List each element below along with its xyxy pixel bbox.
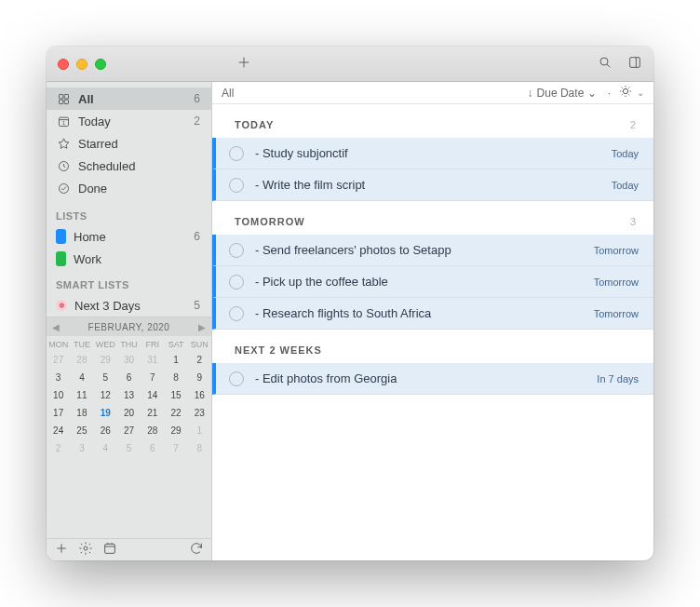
- calendar-day[interactable]: 24: [47, 422, 70, 439]
- task-row[interactable]: - Pick up the coffee tableTomorrow: [212, 266, 653, 298]
- calendar-day[interactable]: 16: [188, 386, 211, 404]
- calendar-day[interactable]: 25: [70, 422, 93, 439]
- calendar-day[interactable]: 4: [94, 439, 117, 457]
- task-row[interactable]: - Write the film scriptToday: [212, 169, 653, 201]
- calendar-day[interactable]: 23: [188, 404, 211, 422]
- task-due: Today: [612, 148, 639, 159]
- calendar-day[interactable]: 8: [188, 439, 211, 457]
- calendar-day[interactable]: 5: [117, 439, 141, 457]
- group-count: 2: [630, 119, 637, 130]
- calendar-day[interactable]: 17: [47, 404, 70, 422]
- calendar-day[interactable]: 3: [70, 439, 93, 457]
- calendar-day[interactable]: 1: [164, 351, 187, 369]
- list-item-work[interactable]: Work: [47, 248, 211, 270]
- smart-list-item[interactable]: ✽Next 3 Days5: [47, 294, 211, 317]
- task-row[interactable]: - Send freelancers' photos to SetappTomo…: [212, 235, 653, 266]
- calendar-day[interactable]: 9: [188, 369, 211, 386]
- task-due: Tomorrow: [594, 277, 639, 288]
- calendar-day[interactable]: 14: [141, 386, 164, 404]
- calendar-day[interactable]: 30: [117, 351, 141, 369]
- calendar-dow: SUN: [188, 336, 211, 351]
- calendar-day[interactable]: 6: [141, 439, 164, 457]
- group-title: TODAY: [235, 119, 274, 130]
- calendar-day[interactable]: 29: [94, 351, 117, 369]
- lists-header: LISTS: [47, 201, 211, 225]
- grid-icon: [56, 92, 71, 106]
- calendar-dow: TUE: [70, 336, 93, 351]
- toggle-panel-button[interactable]: [627, 55, 642, 74]
- task-checkbox[interactable]: [229, 243, 244, 258]
- settings-button[interactable]: [78, 541, 93, 559]
- calendar-day[interactable]: 2: [47, 439, 70, 457]
- sort-dropdown[interactable]: Due Date ⌄: [537, 87, 597, 100]
- calendar-day[interactable]: 13: [117, 386, 141, 404]
- task-checkbox[interactable]: [229, 178, 244, 193]
- nav-item-starred[interactable]: Starred: [47, 132, 211, 155]
- svg-rect-3: [64, 94, 68, 98]
- calendar-day[interactable]: 1: [188, 422, 211, 439]
- calendar-day[interactable]: 29: [164, 422, 187, 439]
- svg-rect-4: [59, 100, 62, 103]
- calendar-day[interactable]: 18: [70, 404, 93, 422]
- task-title: - Pick up the coffee table: [255, 275, 594, 289]
- calendar-prev-button[interactable]: ◀: [47, 317, 65, 336]
- task-checkbox[interactable]: [229, 306, 244, 321]
- add-task-button[interactable]: [236, 55, 251, 74]
- task-group-header: NEXT 2 WEEKS: [212, 330, 653, 363]
- calendar-title: FEBRUARY, 2020: [88, 322, 170, 332]
- list-item-home[interactable]: Home6: [47, 225, 211, 248]
- task-due: In 7 days: [597, 373, 639, 384]
- sync-button[interactable]: [189, 541, 204, 559]
- task-due: Today: [612, 180, 639, 191]
- task-row[interactable]: - Research flights to South AfricaTomorr…: [212, 298, 653, 330]
- nav-item-scheduled[interactable]: Scheduled: [47, 155, 211, 177]
- calendar-toggle-button[interactable]: [102, 541, 117, 559]
- calendar-day[interactable]: 22: [164, 404, 187, 422]
- nav-item-done[interactable]: Done: [47, 177, 211, 199]
- task-row[interactable]: - Study subjonctifToday: [212, 138, 653, 169]
- nav-item-today[interactable]: 1Today2: [47, 110, 211, 132]
- calendar-day[interactable]: 6: [117, 369, 141, 386]
- calendar-day[interactable]: 8: [164, 369, 187, 386]
- nav-label: Today: [78, 115, 186, 128]
- task-checkbox[interactable]: [229, 146, 244, 161]
- calendar-day[interactable]: 21: [141, 404, 164, 422]
- calendar-day[interactable]: 10: [47, 386, 70, 404]
- view-options-button[interactable]: [618, 84, 633, 101]
- list-count: 6: [194, 230, 202, 243]
- calendar-day[interactable]: 27: [117, 422, 141, 439]
- task-row[interactable]: - Edit photos from GeorgiaIn 7 days: [212, 363, 653, 395]
- calendar-day[interactable]: 12: [94, 386, 117, 404]
- check-icon: [56, 182, 71, 196]
- task-checkbox[interactable]: [229, 275, 244, 290]
- zoom-window-button[interactable]: [95, 59, 106, 70]
- add-list-button[interactable]: [54, 541, 69, 559]
- nav-item-all[interactable]: All6: [47, 88, 211, 110]
- calendar-day[interactable]: 27: [47, 351, 70, 369]
- calendar-day[interactable]: 15: [164, 386, 187, 404]
- smart-list-label: Next 3 Days: [74, 299, 186, 313]
- calendar-day[interactable]: 20: [117, 404, 141, 422]
- svg-text:1: 1: [61, 120, 64, 126]
- calendar-day[interactable]: 4: [70, 369, 93, 386]
- calendar-day[interactable]: 19: [94, 404, 117, 422]
- svg-rect-2: [59, 94, 62, 98]
- task-checkbox[interactable]: [229, 371, 244, 386]
- calendar-day[interactable]: 7: [164, 439, 187, 457]
- close-window-button[interactable]: [58, 59, 69, 70]
- calendar-day[interactable]: 28: [141, 422, 164, 439]
- calendar-next-button[interactable]: ▶: [193, 317, 211, 336]
- clock-icon: [56, 159, 71, 173]
- calendar-day[interactable]: 28: [70, 351, 93, 369]
- calendar-day[interactable]: 3: [47, 369, 70, 386]
- calendar-day[interactable]: 31: [141, 351, 164, 369]
- calendar-day[interactable]: 2: [188, 351, 211, 369]
- calendar-day[interactable]: 7: [141, 369, 164, 386]
- nav-label: Scheduled: [78, 159, 193, 173]
- filter-scope[interactable]: All: [222, 87, 234, 100]
- search-button[interactable]: [598, 55, 612, 74]
- calendar-day[interactable]: 5: [94, 369, 117, 386]
- calendar-day[interactable]: 26: [94, 422, 117, 439]
- minimize-window-button[interactable]: [76, 59, 88, 70]
- calendar-day[interactable]: 11: [70, 386, 93, 404]
